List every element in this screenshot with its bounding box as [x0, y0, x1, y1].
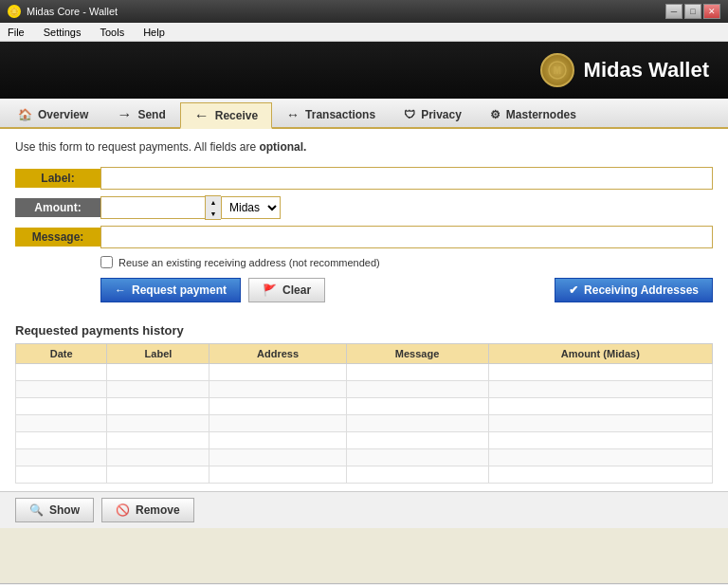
message-row: Message:: [15, 226, 713, 248]
transactions-icon: ↔: [286, 107, 300, 122]
remove-button[interactable]: 🚫 Remove: [101, 498, 194, 522]
tab-receive[interactable]: ← Receive: [180, 102, 272, 129]
message-field-label: Message:: [15, 228, 100, 247]
amount-down-button[interactable]: ▼: [206, 208, 221, 219]
form-buttons-left: ← Request payment 🚩 Clear: [100, 278, 325, 302]
receiving-addresses-icon: ✔: [569, 283, 578, 297]
tab-transactions[interactable]: ↔ Transactions: [272, 101, 390, 127]
tab-send[interactable]: → Send: [102, 101, 179, 127]
maximize-button[interactable]: □: [684, 4, 701, 19]
history-table-header: Date Label Address Message Amount (Midas…: [16, 344, 713, 364]
content-area: Use this form to request payments. All f…: [0, 129, 728, 583]
bottom-bar: 🔍 Show 🚫 Remove: [0, 491, 728, 528]
history-section: Requested payments history Date Label Ad…: [0, 314, 728, 491]
header-title-group: M Midas Wallet: [540, 53, 709, 87]
col-amount: Amount (Midas): [488, 344, 712, 364]
reuse-address-checkbox[interactable]: [100, 256, 113, 268]
message-input[interactable]: [100, 226, 713, 248]
table-row: [16, 415, 713, 432]
tab-privacy[interactable]: 🛡 Privacy: [390, 101, 476, 127]
header-title-text: Midas Wallet: [584, 58, 709, 82]
privacy-icon: 🛡: [404, 108, 415, 121]
history-table-body: [16, 364, 713, 484]
amount-input-group: ▲ ▼ Midas USD EUR: [100, 195, 281, 220]
menu-tools[interactable]: Tools: [96, 26, 128, 39]
receive-icon: ←: [194, 107, 209, 124]
amount-input[interactable]: [100, 196, 205, 219]
col-label: Label: [107, 344, 209, 364]
amount-spinner: ▲ ▼: [205, 195, 221, 220]
col-address: Address: [209, 344, 346, 364]
tab-masternodes[interactable]: ⚙ Masternodes: [476, 101, 591, 127]
menu-settings[interactable]: Settings: [40, 26, 85, 39]
tab-overview[interactable]: 🏠 Overview: [4, 101, 102, 127]
masternodes-icon: ⚙: [490, 108, 500, 121]
table-row: [16, 398, 713, 415]
form-instruction: Use this form to request payments. All f…: [15, 140, 713, 154]
receive-form: Use this form to request payments. All f…: [0, 129, 728, 314]
window-controls: ─ □ ✕: [665, 4, 720, 19]
label-row: Label:: [15, 167, 713, 190]
title-text: Midas Core - Wallet: [27, 6, 118, 17]
svg-text:M: M: [553, 65, 560, 76]
app-logo: M: [540, 53, 574, 87]
table-row: [16, 449, 713, 466]
app-header: M Midas Wallet: [0, 42, 728, 99]
amount-field-label: Amount:: [15, 198, 100, 217]
amount-up-button[interactable]: ▲: [206, 196, 221, 208]
receiving-addresses-button[interactable]: ✔ Receiving Addresses: [555, 278, 713, 302]
remove-icon: 🚫: [116, 503, 130, 517]
title-bar: 🪙 Midas Core - Wallet ─ □ ✕: [0, 0, 728, 23]
menu-file[interactable]: File: [4, 26, 28, 39]
amount-row: Amount: ▲ ▼ Midas USD EUR: [15, 195, 713, 220]
show-icon: 🔍: [29, 503, 44, 517]
label-field-label: Label:: [15, 169, 100, 188]
table-row: [16, 466, 713, 484]
clear-button[interactable]: 🚩 Clear: [248, 278, 325, 302]
nav-bar: 🏠 Overview → Send ← Receive ↔ Transactio…: [0, 99, 728, 129]
form-buttons: ← Request payment 🚩 Clear ✔ Receiving Ad…: [100, 278, 713, 302]
request-payment-icon: ←: [115, 283, 126, 297]
history-table: Date Label Address Message Amount (Midas…: [15, 343, 713, 484]
col-message: Message: [346, 344, 488, 364]
label-input[interactable]: [100, 167, 713, 190]
reuse-address-label: Reuse an existing receiving address (not…: [118, 257, 380, 268]
menu-bar: File Settings Tools Help: [0, 23, 728, 42]
menu-help[interactable]: Help: [139, 26, 169, 39]
history-title: Requested payments history: [15, 323, 713, 338]
request-payment-button[interactable]: ← Request payment: [100, 278, 241, 302]
table-row: [16, 381, 713, 398]
table-row: [16, 432, 713, 449]
clear-icon: 🚩: [263, 283, 277, 297]
close-button[interactable]: ✕: [703, 4, 720, 19]
currency-select[interactable]: Midas USD EUR: [221, 196, 281, 219]
minimize-button[interactable]: ─: [665, 4, 682, 19]
col-date: Date: [16, 344, 107, 364]
show-button[interactable]: 🔍 Show: [15, 498, 94, 522]
send-icon: →: [117, 106, 132, 123]
reuse-address-row: Reuse an existing receiving address (not…: [100, 256, 713, 268]
app-icon: 🪙: [8, 5, 21, 18]
overview-icon: 🏠: [18, 108, 32, 121]
table-row: [16, 364, 713, 381]
